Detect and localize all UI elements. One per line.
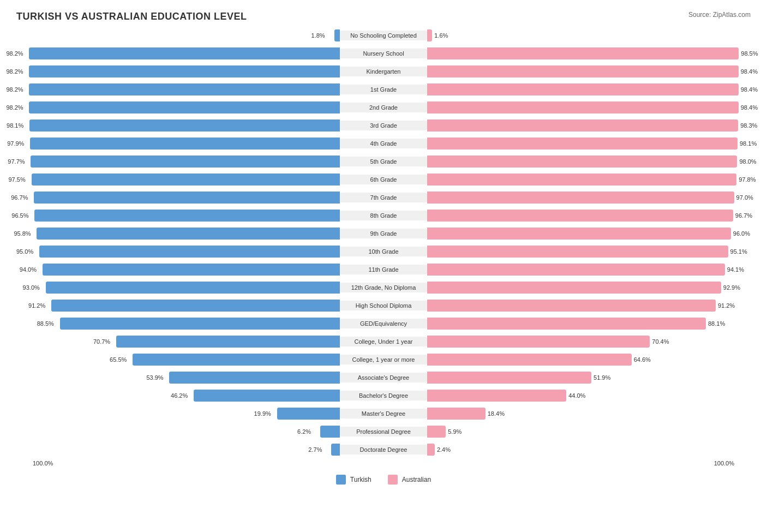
right-section: 64.6% [427,352,751,367]
bar-row: 94.0%11th Grade94.1% [16,262,751,277]
center-label: 1st Grade [340,85,427,94]
right-section: 91.2% [427,298,751,313]
bar-row: 98.1%3rd Grade98.3% [16,118,751,133]
left-section: 88.5% [16,316,340,331]
left-value: 96.5% [11,212,28,219]
left-bar: 93.0% [46,282,340,294]
center-label: 8th Grade [340,211,427,220]
left-bar: 98.2% [29,65,340,77]
left-bar: 65.5% [133,354,340,366]
left-value: 98.2% [6,104,23,111]
right-section: 88.1% [427,316,751,331]
left-bar: 2.7% [331,444,340,456]
left-bar: 91.2% [51,300,340,312]
bar-row: 97.5%6th Grade97.8% [16,172,751,187]
left-bar: 95.8% [37,228,340,240]
bar-row: 98.2%1st Grade98.4% [16,82,751,97]
right-value: 98.0% [739,158,756,165]
left-value: 96.7% [11,194,28,201]
left-bar: 96.5% [34,210,340,222]
bar-row: 96.7%7th Grade97.0% [16,190,751,205]
left-value: 95.0% [16,248,33,255]
bar-row: 95.0%10th Grade95.1% [16,244,751,259]
right-section: 98.4% [427,64,751,79]
right-value: 98.1% [740,140,757,147]
left-bar: 88.5% [60,318,340,330]
left-section: 98.2% [16,46,340,61]
left-value: 95.8% [14,230,31,237]
center-label: College, Under 1 year [340,337,427,346]
center-label: 5th Grade [340,157,427,166]
left-bar: 97.5% [32,174,340,186]
right-value: 97.8% [739,176,756,183]
bar-row: 95.8%9th Grade96.0% [16,226,751,241]
legend: Turkish Australian [16,475,751,485]
right-value: 96.0% [733,230,750,237]
center-label: Kindergarten [340,67,427,76]
right-bar: 97.8% [427,174,736,186]
bar-row: 91.2%High School Diploma91.2% [16,298,751,313]
right-value: 95.1% [730,248,747,255]
center-label: Nursery School [340,49,427,58]
left-value: 19.9% [254,410,271,417]
bar-row: 6.2%Professional Degree5.9% [16,424,751,439]
right-value: 64.6% [634,356,651,363]
center-label: Bachelor's Degree [340,391,427,401]
center-label: 9th Grade [340,229,427,238]
left-value: 91.2% [28,302,45,309]
right-value: 18.4% [488,410,505,417]
left-value: 6.2% [297,428,311,435]
center-label: GED/Equivalency [340,319,427,328]
right-bar: 98.4% [427,101,739,113]
left-value: 94.0% [20,266,37,273]
right-value: 94.1% [727,266,744,273]
center-label: 4th Grade [340,139,427,148]
center-label: 6th Grade [340,175,427,184]
center-label: 12th Grade, No Diploma [340,283,427,292]
right-bar: 96.0% [427,228,731,240]
left-section: 98.1% [16,118,340,133]
right-bar: 44.0% [427,390,566,402]
left-section: 98.2% [16,100,340,115]
right-bar: 95.1% [427,246,728,258]
bar-row: 98.2%Kindergarten98.4% [16,64,751,79]
left-value: 97.5% [9,176,26,183]
bar-row: 19.9%Master's Degree18.4% [16,406,751,421]
right-value: 44.0% [568,392,585,399]
left-section: 65.5% [16,352,340,367]
bar-row: 70.7%College, Under 1 year70.4% [16,334,751,349]
left-bar: 94.0% [43,264,340,276]
turkish-legend-box [336,475,346,485]
left-section: 96.5% [16,208,340,223]
left-section: 93.0% [16,280,340,295]
left-value: 98.2% [6,68,23,75]
right-bar: 98.4% [427,65,739,77]
bar-row: 88.5%GED/Equivalency88.1% [16,316,751,331]
left-bar: 97.9% [30,138,340,150]
left-section: 70.7% [16,334,340,349]
left-bar: 98.2% [29,83,340,95]
left-section: 91.2% [16,298,340,313]
source-label: Source: ZipAtlas.com [688,11,751,19]
left-section: 95.8% [16,226,340,241]
left-value: 98.1% [7,122,23,129]
australian-legend-box [388,475,398,485]
bar-row: 2.7%Doctorate Degree2.4% [16,442,751,457]
left-bar: 97.7% [31,156,340,168]
left-section: 53.9% [16,370,340,385]
right-bar: 98.3% [427,119,738,131]
bar-row: 97.9%4th Grade98.1% [16,136,751,151]
left-section: 97.5% [16,172,340,187]
right-section: 94.1% [427,262,751,277]
left-value: 1.8% [311,32,325,39]
left-section: 46.2% [16,388,340,403]
right-bar: 98.1% [427,138,738,150]
left-bar: 98.1% [29,119,340,131]
left-value: 88.5% [37,320,54,327]
center-label: 3rd Grade [340,121,427,130]
right-section: 5.9% [427,424,751,439]
chart-title: TURKISH VS AUSTRALIAN EDUCATION LEVEL [16,11,751,22]
right-value: 98.4% [741,86,758,93]
right-value: 88.1% [708,320,725,327]
right-section: 97.0% [427,190,751,205]
